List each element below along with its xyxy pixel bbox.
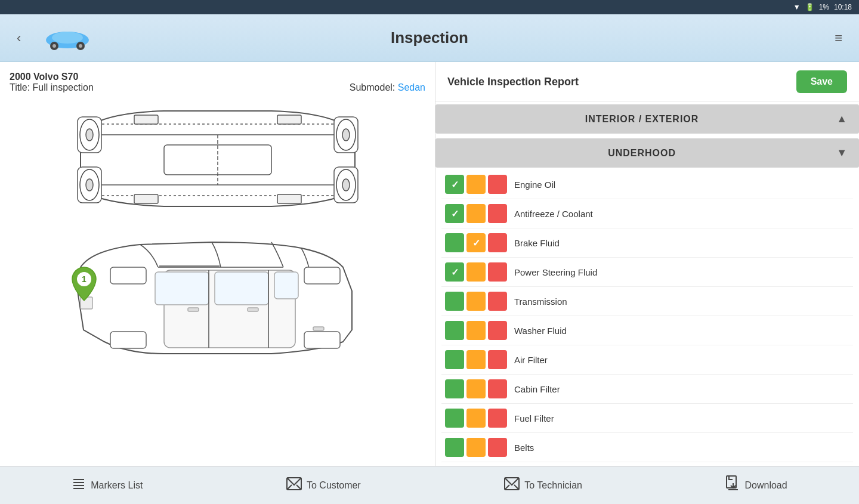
table-row: Fuel Filter xyxy=(441,404,853,433)
svg-point-3 xyxy=(52,44,56,48)
orange-status-button[interactable] xyxy=(466,350,486,369)
red-status-button[interactable] xyxy=(488,409,507,428)
svg-rect-36 xyxy=(110,267,146,284)
table-row: Cabin Filter xyxy=(441,375,853,404)
back-button[interactable]: ‹ xyxy=(12,26,26,51)
orange-status-button[interactable] xyxy=(466,262,486,282)
battery-level: 1% xyxy=(819,3,829,11)
svg-rect-37 xyxy=(110,332,146,348)
svg-rect-25 xyxy=(277,194,301,203)
green-status-button[interactable] xyxy=(445,379,464,398)
orange-status-button[interactable] xyxy=(466,438,486,457)
list-icon xyxy=(72,477,86,494)
right-panel: Vehicle Inspection Report Save INTERIOR … xyxy=(435,62,859,466)
orange-status-button[interactable] xyxy=(466,409,486,428)
section-underhood[interactable]: UNDERHOOD ▼ xyxy=(435,138,859,168)
car-diagrams: 1 xyxy=(10,100,425,456)
svg-point-11 xyxy=(342,129,350,141)
section-interior-exterior-title: INTERIOR / EXTERIOR xyxy=(447,114,836,125)
svg-rect-39 xyxy=(304,332,340,348)
green-status-button[interactable]: ✓ xyxy=(445,262,464,282)
mail-technician-icon xyxy=(504,477,520,494)
red-status-button[interactable] xyxy=(488,350,507,369)
table-row: ✓Power Steering Fluid xyxy=(441,258,853,287)
table-row: ✓Engine Oil xyxy=(441,170,853,199)
orange-status-button[interactable] xyxy=(466,379,486,398)
car-model: 2000 Volvo S70 xyxy=(10,72,425,82)
svg-line-53 xyxy=(514,485,519,490)
orange-status-button[interactable]: ✓ xyxy=(466,233,486,252)
svg-rect-41 xyxy=(248,308,258,311)
orange-status-button[interactable] xyxy=(466,175,486,194)
markers-list-label: Markers List xyxy=(91,480,143,491)
svg-rect-46 xyxy=(73,485,84,486)
to-technician-button[interactable]: To Technician xyxy=(492,472,594,499)
svg-point-1 xyxy=(52,32,83,44)
green-status-button[interactable]: ✓ xyxy=(445,204,464,223)
green-status-button[interactable] xyxy=(445,350,464,369)
red-status-button[interactable] xyxy=(488,262,507,282)
wifi-icon: ▼ xyxy=(793,3,801,11)
svg-rect-24 xyxy=(134,194,158,203)
page-title: Inspection xyxy=(391,29,468,47)
svg-rect-44 xyxy=(73,479,84,480)
orange-status-button[interactable] xyxy=(466,204,486,223)
markers-list-button[interactable]: Markers List xyxy=(60,472,155,499)
section-underhood-chevron: ▼ xyxy=(836,147,847,159)
save-button[interactable]: Save xyxy=(796,70,847,93)
top-nav: ‹ Inspection ≡ xyxy=(0,14,859,62)
red-status-button[interactable] xyxy=(488,204,507,223)
table-row: Washer Fluid xyxy=(441,316,853,345)
inspection-item-name: Engine Oil xyxy=(514,180,849,190)
to-customer-button[interactable]: To Customer xyxy=(274,472,373,499)
green-status-button[interactable] xyxy=(445,409,464,428)
download-button[interactable]: Download xyxy=(714,471,799,500)
inspection-item-name: Power Steering Fluid xyxy=(514,267,849,277)
download-icon xyxy=(726,475,740,496)
report-title: Vehicle Inspection Report xyxy=(447,76,579,88)
section-interior-exterior-chevron: ▲ xyxy=(836,113,847,125)
inspection-item-name: Fuel Filter xyxy=(514,413,849,423)
section-interior-exterior[interactable]: INTERIOR / EXTERIOR ▲ xyxy=(435,104,859,134)
inspection-item-name: Air Filter xyxy=(514,355,849,365)
svg-point-5 xyxy=(79,44,82,48)
orange-status-button[interactable] xyxy=(466,292,486,311)
red-status-button[interactable] xyxy=(488,321,507,340)
red-status-button[interactable] xyxy=(488,438,507,457)
table-row: ✓Antifreeze / Coolant xyxy=(441,199,853,228)
green-status-button[interactable] xyxy=(445,438,464,457)
car-logo-icon xyxy=(44,22,91,54)
submodel-label: Submodel: Sedan xyxy=(350,82,425,93)
table-row: ✓Brake Fluid xyxy=(441,228,853,258)
inspection-item-name: Cabin Filter xyxy=(514,384,849,394)
green-status-button[interactable] xyxy=(445,321,464,340)
red-status-button[interactable] xyxy=(488,175,507,194)
status-bar: ▼ 🔋 1% 10:18 xyxy=(0,0,859,14)
svg-rect-45 xyxy=(73,482,84,483)
svg-rect-47 xyxy=(73,488,84,489)
to-technician-label: To Technician xyxy=(524,480,582,491)
download-label: Download xyxy=(745,480,787,491)
bottom-bar: Markers List To Customer To Technician xyxy=(0,466,859,504)
table-row: Belts xyxy=(441,433,853,462)
table-row: Air Filter xyxy=(441,345,853,375)
red-status-button[interactable] xyxy=(488,292,507,311)
submodel-link[interactable]: Sedan xyxy=(398,82,425,92)
orange-status-button[interactable] xyxy=(466,321,486,340)
green-status-button[interactable]: ✓ xyxy=(445,175,464,194)
inspection-items-list: ✓Engine Oil✓Antifreeze / Coolant✓Brake F… xyxy=(435,170,859,466)
svg-line-49 xyxy=(287,485,292,490)
svg-rect-23 xyxy=(277,115,301,124)
inspection-title: Title: Full inspection xyxy=(10,82,94,93)
to-customer-label: To Customer xyxy=(307,480,361,491)
red-status-button[interactable] xyxy=(488,233,507,252)
menu-button[interactable]: ≡ xyxy=(830,26,847,51)
svg-rect-33 xyxy=(274,272,298,299)
vehicle-info: 2000 Volvo S70 Title: Full inspection Su… xyxy=(10,72,425,93)
red-status-button[interactable] xyxy=(488,379,507,398)
svg-rect-32 xyxy=(215,272,268,305)
green-status-button[interactable] xyxy=(445,233,464,252)
inspection-item-name: Transmission xyxy=(514,296,849,307)
green-status-button[interactable] xyxy=(445,292,464,311)
location-marker[interactable]: 1 xyxy=(69,266,99,304)
